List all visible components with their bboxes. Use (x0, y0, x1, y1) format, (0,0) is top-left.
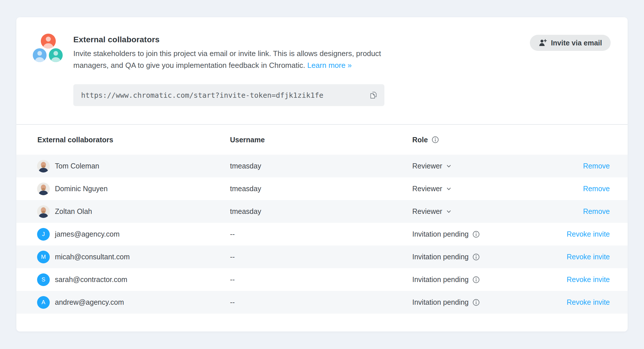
role-label: Reviewer (412, 207, 442, 216)
role-cell: Invitation pending (412, 298, 567, 306)
action-cell: Revoke invite (567, 230, 610, 238)
table-header-row: External collaborators Username Role (16, 125, 628, 155)
invite-via-email-label: Invite via email (551, 39, 602, 47)
invite-link-url: https://www.chromatic.com/start?invite-t… (81, 91, 323, 99)
chevron-down-icon (446, 208, 452, 215)
info-icon[interactable] (472, 276, 480, 284)
collaborator-cell: Dominic Nguyen (37, 183, 230, 195)
column-header-collaborators: External collaborators (37, 136, 230, 144)
column-header-username: Username (230, 136, 412, 144)
collaborator-username: -- (230, 230, 412, 238)
member-avatar (37, 160, 50, 172)
users-group-icon (32, 34, 64, 62)
user-icon-orange (41, 34, 56, 49)
avatar-initial-letter: S (41, 276, 45, 283)
info-icon[interactable] (431, 136, 439, 144)
role-status: Invitation pending (412, 230, 480, 238)
collaborator-username: tmeasday (230, 207, 412, 216)
collaborator-name: Dominic Nguyen (55, 185, 108, 193)
initial-avatar: M (37, 251, 50, 263)
collaborator-username: tmeasday (230, 162, 412, 170)
role-cell: Reviewer (412, 185, 583, 193)
column-header-role-label: Role (412, 136, 428, 144)
collaborator-username: -- (230, 298, 412, 306)
collaborator-name: james@agency.com (55, 230, 120, 238)
row-action-link[interactable]: Remove (583, 185, 610, 193)
role-status: Invitation pending (412, 253, 480, 261)
chevron-down-icon (446, 163, 452, 169)
collaborator-username: tmeasday (230, 185, 412, 193)
role-status-label: Invitation pending (412, 253, 469, 261)
avatar-initial-letter: A (41, 299, 45, 306)
role-status-label: Invitation pending (412, 275, 469, 284)
page-title: External collaborators (73, 35, 160, 44)
row-action-link[interactable]: Remove (583, 207, 610, 215)
user-icon-blue (33, 48, 47, 62)
page-description: Invite stakeholders to join this project… (73, 48, 414, 71)
table-row: Dominic Nguyen tmeasday Reviewer Remove (16, 177, 628, 200)
row-action-link[interactable]: Revoke invite (567, 275, 610, 283)
member-avatar (37, 205, 50, 218)
row-action-link[interactable]: Remove (583, 162, 610, 170)
row-action-link[interactable]: Revoke invite (567, 298, 610, 306)
role-status: Invitation pending (412, 275, 480, 284)
collaborator-cell: M micah@consultant.com (37, 251, 230, 263)
initial-avatar: A (37, 296, 50, 309)
member-avatar (37, 183, 50, 195)
copy-link-button[interactable] (367, 89, 380, 101)
role-select[interactable]: Reviewer (412, 162, 452, 170)
action-cell: Revoke invite (567, 253, 610, 261)
table-row: S sarah@contractor.com -- Invitation pen… (16, 268, 628, 291)
person-plus-icon (538, 39, 547, 47)
role-status-label: Invitation pending (412, 298, 469, 306)
initial-avatar: S (37, 273, 50, 286)
info-icon[interactable] (472, 298, 480, 306)
role-cell: Invitation pending (412, 253, 567, 261)
role-status: Invitation pending (412, 298, 480, 306)
info-icon[interactable] (472, 253, 480, 261)
avatar-initial-letter: J (42, 231, 45, 237)
table-row: M micah@consultant.com -- Invitation pen… (16, 246, 628, 268)
collaborator-username: -- (230, 275, 412, 284)
external-collaborators-card: External collaborators Invite stakeholde… (16, 17, 628, 331)
copy-icon (369, 91, 378, 100)
role-select[interactable]: Reviewer (412, 207, 452, 216)
table-row: A andrew@agency.com -- Invitation pendin… (16, 291, 628, 314)
collaborator-name: micah@consultant.com (55, 253, 130, 261)
table-row: Tom Coleman tmeasday Reviewer Remove (16, 155, 628, 177)
initial-avatar: J (37, 228, 50, 241)
role-label: Reviewer (412, 162, 442, 170)
avatar-initial-letter: M (41, 254, 46, 260)
role-label: Reviewer (412, 185, 442, 193)
table-row: J james@agency.com -- Invitation pending… (16, 223, 628, 246)
row-action-link[interactable]: Revoke invite (567, 230, 610, 238)
collaborator-cell: J james@agency.com (37, 228, 230, 241)
collaborator-cell: Tom Coleman (37, 160, 230, 172)
collaborator-cell: A andrew@agency.com (37, 296, 230, 309)
info-icon[interactable] (472, 230, 480, 238)
collaborators-table: External collaborators Username Role (16, 125, 628, 314)
collaborator-username: -- (230, 253, 412, 261)
invite-via-email-button[interactable]: Invite via email (530, 35, 611, 51)
row-action-link[interactable]: Revoke invite (567, 253, 610, 261)
column-header-role: Role (412, 136, 610, 144)
role-status-label: Invitation pending (412, 230, 469, 238)
collaborator-name: andrew@agency.com (55, 298, 124, 306)
action-cell: Remove (583, 185, 610, 193)
collaborator-name: Zoltan Olah (55, 207, 92, 216)
role-cell: Reviewer (412, 162, 583, 170)
collaborator-cell: Zoltan Olah (37, 205, 230, 218)
learn-more-link[interactable]: Learn more » (307, 61, 352, 70)
table-row: Zoltan Olah tmeasday Reviewer Remove (16, 200, 628, 223)
role-cell: Reviewer (412, 207, 583, 216)
role-select[interactable]: Reviewer (412, 185, 452, 193)
role-cell: Invitation pending (412, 230, 567, 238)
user-icon-teal (49, 48, 63, 62)
chevron-down-icon (446, 186, 452, 192)
collaborators-table-body: Tom Coleman tmeasday Reviewer Remove (16, 155, 628, 314)
action-cell: Remove (583, 162, 610, 170)
collaborator-name: sarah@contractor.com (55, 275, 127, 284)
action-cell: Revoke invite (567, 298, 610, 306)
role-cell: Invitation pending (412, 275, 567, 284)
action-cell: Revoke invite (567, 275, 610, 284)
